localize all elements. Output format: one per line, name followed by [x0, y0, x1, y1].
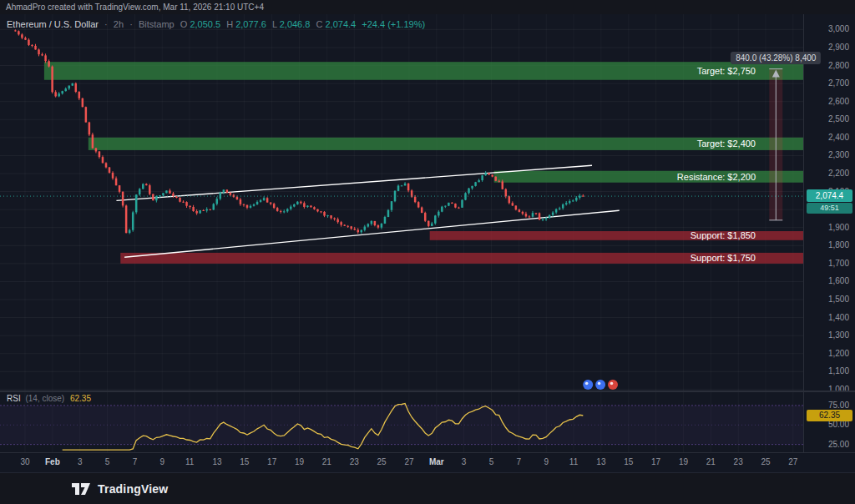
- time-tick-label: 5: [105, 457, 110, 466]
- time-tick-label: 3: [78, 457, 83, 466]
- time-tick-label: 7: [517, 457, 522, 466]
- attribution-text: AhmadPro created with TradingView.com, M…: [6, 3, 264, 12]
- price-tick-label: 2,500: [828, 115, 849, 123]
- price-tick-label: 1,800: [828, 241, 849, 249]
- overlays-layer: [0, 196, 803, 390]
- legend-separator: ·: [104, 19, 108, 29]
- time-tick-label: 15: [240, 457, 249, 466]
- tradingview-logo-icon: [70, 481, 92, 497]
- time-tick-label: 19: [295, 457, 304, 466]
- rsi-value: 62.35: [70, 394, 91, 403]
- rsi-legend: RSI (14, close) 62.35: [7, 394, 94, 403]
- price-chart-canvas: [0, 14, 803, 391]
- price-tick-label: 1,100: [828, 367, 849, 375]
- price-tick-label: 1,900: [828, 224, 849, 232]
- price-tick-label: 2,300: [828, 151, 849, 159]
- rsi-value-badge: 62.35: [807, 410, 852, 421]
- time-tick-label: Mar: [429, 457, 444, 466]
- high-label: H: [226, 19, 233, 29]
- time-tick-label: 5: [489, 457, 494, 466]
- price-range-label: 840.0 (43.28%) 8,400: [731, 52, 821, 64]
- tradingview-logo[interactable]: TradingView: [70, 481, 168, 497]
- legend-separator: ·: [129, 19, 133, 29]
- symbol-name: Ethereum / U.S. Dollar: [7, 19, 99, 29]
- rsi-title: RSI: [7, 394, 21, 403]
- rsi-axis[interactable]: 62.35 75.0050.0025.00: [803, 392, 855, 452]
- price-axis[interactable]: 2,074.4 49:51 3,0002,9002,8002,7002,6002…: [803, 14, 855, 391]
- time-tick-label: 11: [569, 457, 578, 466]
- price-tick-label: 2,600: [828, 98, 849, 106]
- high-value: 2,077.6: [235, 19, 266, 29]
- time-tick-label: 17: [651, 457, 660, 466]
- time-tick-label: 15: [624, 457, 633, 466]
- time-tick-label: 3: [462, 457, 467, 466]
- zone-target[interactable]: [44, 62, 803, 80]
- time-tick-label: 17: [267, 457, 276, 466]
- price-pane[interactable]: Ethereum / U.S. Dollar · 2h · Bitstamp O…: [0, 14, 803, 391]
- time-tick-label: 19: [679, 457, 688, 466]
- time-tick-label: 25: [761, 457, 770, 466]
- attribution-bar: AhmadPro created with TradingView.com, M…: [0, 0, 855, 14]
- candle-countdown-badge: 49:51: [807, 203, 852, 214]
- time-tick-label: 30: [20, 457, 29, 466]
- price-tick-label: 1,300: [828, 331, 849, 340]
- rsi-tick-label: 50.00: [828, 421, 849, 429]
- time-tick-label: 9: [159, 457, 164, 466]
- zone-support[interactable]: [430, 231, 803, 240]
- interval-label: 2h: [114, 19, 124, 29]
- time-tick-label: Feb: [45, 457, 60, 466]
- time-axis[interactable]: 30Feb3579111315171921232527Mar3579111315…: [0, 452, 855, 472]
- zone-target[interactable]: [89, 138, 803, 150]
- rsi-pane[interactable]: RSI (14, close) 62.35: [0, 392, 803, 452]
- time-tick-label: 21: [706, 457, 716, 466]
- close-value: 2,074.4: [325, 19, 356, 29]
- low-value: 2,046.8: [280, 19, 311, 29]
- time-tick-label: 13: [596, 457, 605, 466]
- time-tick-label: 27: [788, 457, 797, 466]
- time-tick-label: 11: [185, 457, 194, 466]
- price-tick-label: 2,700: [828, 79, 849, 88]
- price-tick-label: 3,000: [828, 25, 849, 33]
- zone-support[interactable]: [120, 253, 803, 264]
- close-label: C: [316, 19, 322, 29]
- reaction-sticker[interactable]: [608, 380, 618, 390]
- time-tick-label: 25: [377, 457, 387, 466]
- time-tick-label: 27: [404, 457, 413, 466]
- rsi-tick-label: 75.00: [828, 401, 849, 410]
- price-tick-label: 1,200: [828, 350, 849, 358]
- reaction-sticker[interactable]: [595, 380, 605, 390]
- time-tick-label: 23: [350, 457, 359, 466]
- price-tick-label: 2,800: [828, 62, 849, 70]
- open-label: O: [180, 19, 188, 29]
- time-tick-label: 21: [322, 457, 331, 466]
- current-price-badge: 2,074.4: [807, 189, 852, 202]
- price-tick-label: 1,700: [828, 260, 849, 268]
- measurement-tool: [769, 69, 782, 220]
- rsi-params: (14, close): [25, 394, 64, 403]
- open-value: 2,050.5: [190, 19, 220, 29]
- price-tick-label: 1,500: [828, 295, 849, 304]
- time-tick-label: 7: [133, 457, 138, 466]
- price-tick-label: 1,600: [828, 277, 849, 285]
- tradingview-snapshot: AhmadPro created with TradingView.com, M…: [0, 0, 855, 504]
- tradingview-wordmark: TradingView: [98, 482, 168, 496]
- low-label: L: [272, 19, 277, 29]
- zones-layer: [44, 62, 803, 264]
- time-tick-label: 9: [544, 457, 549, 466]
- price-tick-label: 2,400: [828, 134, 849, 142]
- pane-divider[interactable]: [0, 391, 855, 392]
- chart-legend: Ethereum / U.S. Dollar · 2h · Bitstamp O…: [7, 19, 428, 29]
- price-tick-label: 1,400: [828, 314, 849, 322]
- price-tick-label: 2,200: [828, 169, 849, 178]
- time-tick-label: 13: [212, 457, 221, 466]
- time-tick-label: 23: [734, 457, 743, 466]
- bottom-bar: TradingView: [0, 472, 855, 504]
- rsi-tick-label: 25.00: [828, 441, 849, 449]
- rsi-bands: [0, 406, 803, 445]
- change-value: +24.4 (+1.19%): [362, 19, 425, 29]
- exchange-label: Bitstamp: [139, 19, 175, 29]
- zone-resistance[interactable]: [494, 171, 803, 183]
- rsi-chart-canvas: [0, 392, 803, 452]
- price-tick-label: 2,900: [828, 43, 849, 52]
- reaction-sticker[interactable]: [583, 380, 593, 390]
